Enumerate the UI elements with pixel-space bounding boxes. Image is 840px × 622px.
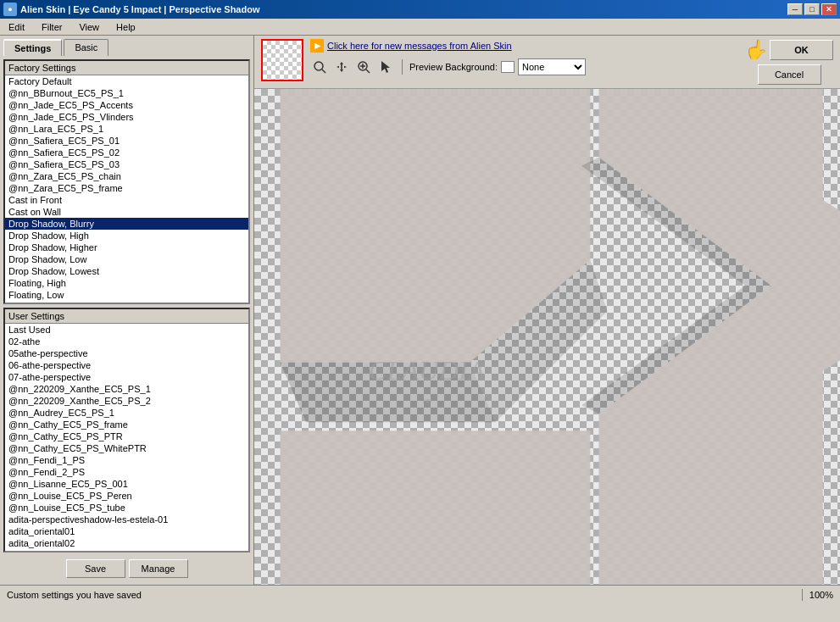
- close-button[interactable]: ✕: [821, 3, 837, 15]
- svg-marker-6: [381, 61, 390, 73]
- factory-settings-scroll[interactable]: Factory Default @nn_BBurnout_EC5_PS_1 @n…: [5, 75, 248, 303]
- select-tool[interactable]: [376, 58, 395, 76]
- factory-settings-header: Factory Settings: [5, 61, 248, 75]
- svg-line-3: [366, 69, 370, 73]
- maximize-button[interactable]: □: [804, 3, 820, 15]
- tab-basic[interactable]: Basic: [64, 39, 108, 56]
- window-controls[interactable]: ─ □ ✕: [787, 3, 837, 15]
- list-item[interactable]: adita-perspectiveshadow-les-estela-01: [5, 514, 248, 525]
- list-item[interactable]: Cast in Front: [5, 194, 248, 206]
- list-item[interactable]: @nn_Zara_EC5_PS_frame: [5, 182, 248, 194]
- list-item[interactable]: adita_oriental01: [5, 525, 248, 537]
- title-text: Alien Skin | Eye Candy 5 Impact | Perspe…: [20, 4, 259, 14]
- cursor-annotation: 👆: [745, 39, 768, 61]
- save-button[interactable]: Save: [66, 559, 125, 578]
- cancel-button[interactable]: Cancel: [758, 64, 821, 85]
- status-message: Custom settings you have saved: [7, 590, 142, 600]
- ad-icon: ▶: [310, 39, 324, 53]
- list-item[interactable]: @nn_Cathy_EC5_PS_WhitePTR: [5, 442, 248, 454]
- svg-point-0: [314, 62, 323, 70]
- list-item[interactable]: @nn_Safiera_EC5_PS_02: [5, 147, 248, 158]
- menu-bar: Edit Filter View Help: [0, 19, 840, 36]
- bottom-buttons: Save Manage: [3, 556, 250, 581]
- zoom-out-tool[interactable]: [310, 58, 329, 76]
- svg-line-1: [322, 69, 325, 73]
- preview-image: CLAUDIA ❧: [254, 89, 840, 585]
- list-item[interactable]: @nn_220209_Xanthe_EC5_PS_1: [5, 383, 248, 395]
- list-item[interactable]: @nn_Safiera_EC5_PS_03: [5, 158, 248, 170]
- list-item[interactable]: 02-athe: [5, 336, 248, 347]
- ok-button[interactable]: OK: [770, 40, 833, 60]
- list-item[interactable]: Cast on Wall: [5, 206, 248, 218]
- list-item[interactable]: @nn_Safiera_EC5_PS_01: [5, 135, 248, 147]
- preview-bg-select[interactable]: None White Black Custom...: [518, 58, 586, 75]
- list-item[interactable]: 06-athe-perspective: [5, 359, 248, 371]
- list-item[interactable]: @nn_Audrey_EC5_PS_1: [5, 407, 248, 419]
- list-item[interactable]: @nn_Louise_EC5_PS_Peren: [5, 490, 248, 502]
- list-item[interactable]: @nn_Cathy_EC5_PS_frame: [5, 419, 248, 430]
- user-settings-list: User Settings Last Used 02-athe 05athe-p…: [3, 308, 250, 553]
- menu-filter[interactable]: Filter: [36, 21, 67, 33]
- list-item[interactable]: @nn_Fendi_1_PS: [5, 454, 248, 466]
- list-item[interactable]: 07-athe-perspective: [5, 371, 248, 383]
- left-panel: Settings Basic Factory Settings Factory …: [0, 36, 254, 585]
- list-item[interactable]: Floating, Low: [5, 289, 248, 301]
- ad-banner[interactable]: Click here for new messages from Alien S…: [327, 41, 512, 51]
- list-item[interactable]: Drop Shadow, Higher: [5, 242, 248, 253]
- list-item[interactable]: adita_oriental02: [5, 537, 248, 549]
- bg-color-swatch[interactable]: [501, 61, 515, 73]
- list-item[interactable]: @nn_Lara_EC5_PS_1: [5, 123, 248, 135]
- manage-button[interactable]: Manage: [129, 559, 188, 578]
- user-settings-scroll[interactable]: Last Used 02-athe 05athe-perspective 06-…: [5, 324, 248, 551]
- right-panel: ▶ Click here for new messages from Alien…: [254, 36, 840, 585]
- list-item[interactable]: Floating, High: [5, 277, 248, 289]
- app-icon: ●: [3, 3, 17, 16]
- menu-view[interactable]: View: [74, 21, 104, 33]
- list-item[interactable]: @nn_Cathy_EC5_PS_PTR: [5, 430, 248, 442]
- list-item[interactable]: @nn_Zara_EC5_PS_chain: [5, 170, 248, 182]
- tabs-row: Settings Basic: [3, 39, 250, 56]
- factory-settings-list: Factory Settings Factory Default @nn_BBu…: [3, 59, 250, 304]
- preview-bg-label: Preview Background:: [409, 62, 498, 72]
- list-item[interactable]: @nn_BBurnout_EC5_PS_1: [5, 87, 248, 99]
- zoom-level: 100%: [809, 590, 833, 600]
- preview-canvas[interactable]: CLAUDIA ❧: [254, 89, 840, 585]
- main-area: Settings Basic Factory Settings Factory …: [0, 36, 840, 603]
- status-bar: Custom settings you have saved 100%: [0, 585, 840, 603]
- zoom-in-tool[interactable]: [354, 58, 373, 76]
- svg-marker-12: [280, 430, 590, 585]
- tab-settings[interactable]: Settings: [3, 39, 62, 56]
- menu-help[interactable]: Help: [111, 21, 141, 33]
- content-row: Settings Basic Factory Settings Factory …: [0, 36, 840, 585]
- svg-marker-10: [598, 89, 840, 585]
- list-item[interactable]: 05athe-perspective: [5, 347, 248, 359]
- svg-text:CLAUDIA: CLAUDIA: [369, 355, 485, 386]
- menu-edit[interactable]: Edit: [3, 21, 30, 33]
- svg-text:❧: ❧: [421, 394, 432, 408]
- list-item[interactable]: Drop Shadow, High: [5, 230, 248, 242]
- list-item[interactable]: @nn_220209_Xanthe_EC5_PS_2: [5, 395, 248, 407]
- list-item[interactable]: @nn_Louise_EC5_PS_tube: [5, 502, 248, 514]
- list-item[interactable]: @nn_Jade_EC5_PS_Accents: [5, 99, 248, 111]
- list-item[interactable]: Drop Shadow, Lowest: [5, 265, 248, 277]
- list-item[interactable]: Drop Shadow, Low: [5, 253, 248, 265]
- list-item[interactable]: @nn_Lisanne_EC5_PS_001: [5, 478, 248, 490]
- user-settings-header: User Settings: [5, 309, 248, 324]
- preview-thumbnail[interactable]: [261, 39, 303, 81]
- toolbar-separator: [402, 59, 403, 75]
- list-item[interactable]: Last Used: [5, 324, 248, 336]
- list-item[interactable]: Factory Default: [5, 75, 248, 87]
- list-item[interactable]: @nn_Jade_EC5_PS_Vlinders: [5, 111, 248, 123]
- minimize-button[interactable]: ─: [787, 3, 803, 15]
- list-item[interactable]: @nn_Fendi_2_PS: [5, 466, 248, 478]
- title-bar: ● Alien Skin | Eye Candy 5 Impact | Pers…: [0, 0, 840, 19]
- list-item-selected[interactable]: Drop Shadow, Blurry: [5, 218, 248, 230]
- pan-tool[interactable]: [332, 58, 351, 76]
- status-divider: [802, 589, 803, 601]
